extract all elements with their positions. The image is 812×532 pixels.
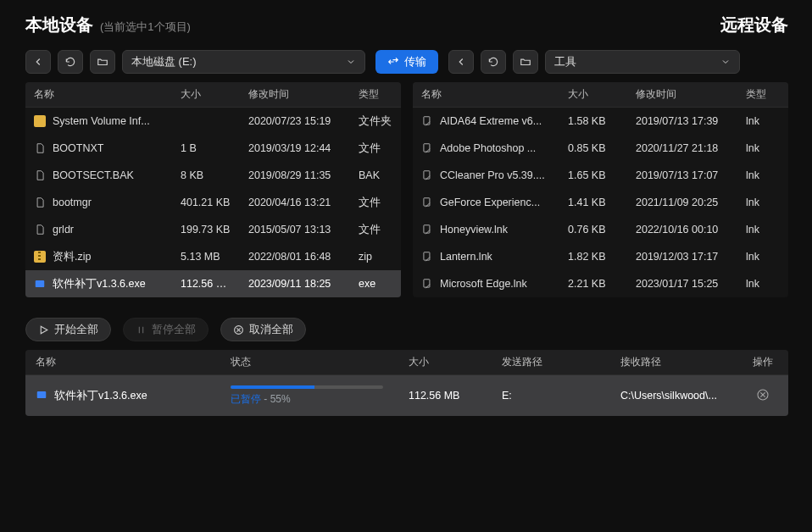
pause-all-label: 暂停全部 xyxy=(152,323,196,337)
start-all-button[interactable]: 开始全部 xyxy=(25,318,111,341)
svg-rect-2 xyxy=(424,144,430,152)
file-date: 2022/08/01 16:48 xyxy=(240,251,350,263)
cancel-icon xyxy=(233,324,244,335)
folder-icon xyxy=(520,56,531,68)
file-row[interactable]: Adobe Photoshop ...0.85 KB2020/11/27 21:… xyxy=(413,135,788,162)
file-row[interactable]: BOOTNXT1 B2019/03/19 12:44文件 xyxy=(25,135,401,162)
lnk-icon xyxy=(421,169,433,181)
lnk-icon xyxy=(421,197,433,208)
file-row[interactable]: bootmgr401.21 KB2020/04/16 13:21文件 xyxy=(25,189,401,216)
svg-rect-5 xyxy=(424,225,430,233)
svg-rect-3 xyxy=(424,171,430,179)
col-date[interactable]: 修改时间 xyxy=(627,87,737,102)
file-icon xyxy=(34,197,46,208)
file-type: lnk xyxy=(737,142,788,154)
file-row[interactable]: Microsoft Edge.lnk2.21 KB2023/01/17 15:2… xyxy=(413,270,788,297)
remove-icon[interactable] xyxy=(756,388,770,402)
remote-path-selector[interactable]: 工具 xyxy=(545,50,740,74)
file-type: lnk xyxy=(737,224,788,236)
file-type: 文件夹 xyxy=(350,114,401,129)
file-name: Honeyview.lnk xyxy=(440,224,508,236)
lnk-icon xyxy=(421,278,433,290)
chevron-down-icon xyxy=(346,57,356,67)
svg-marker-8 xyxy=(41,326,47,334)
file-type: exe xyxy=(350,278,401,290)
local-back-button[interactable] xyxy=(25,50,51,74)
local-folder-button[interactable] xyxy=(90,50,115,74)
file-size: 5.13 MB xyxy=(172,251,240,263)
file-date: 2019/12/03 17:17 xyxy=(627,251,737,263)
lnk-icon xyxy=(421,251,433,263)
exe-icon xyxy=(36,389,47,403)
remote-folder-button[interactable] xyxy=(513,50,538,74)
file-type: lnk xyxy=(737,278,788,290)
file-name: 软件补丁v1.3.6.exe xyxy=(53,277,146,291)
remote-panel: 名称 大小 修改时间 类型 AIDA64 Extreme v6...1.58 K… xyxy=(413,82,788,297)
remote-refresh-button[interactable] xyxy=(481,50,506,74)
file-row[interactable]: 软件补丁v1.3.6.exe112.56 MB2023/09/11 18:25e… xyxy=(25,270,401,297)
file-size: 0.85 KB xyxy=(559,142,627,154)
transfer-button[interactable]: 传输 xyxy=(375,50,438,74)
file-type: lnk xyxy=(737,115,788,127)
col-size[interactable]: 大小 xyxy=(559,87,627,102)
start-all-label: 开始全部 xyxy=(54,323,98,337)
file-row[interactable]: 资料.zip5.13 MB2022/08/01 16:48zip xyxy=(25,243,401,270)
file-type: 文件 xyxy=(350,223,401,237)
file-size: 0.76 KB xyxy=(559,224,627,236)
file-type: lnk xyxy=(737,251,788,263)
queue-row[interactable]: 软件补丁v1.3.6.exe已暂停 - 55%112.56 MBE:C:\Use… xyxy=(25,375,788,416)
qcol-size[interactable]: 大小 xyxy=(398,355,492,369)
file-row[interactable]: GeForce Experienc...1.41 KB2021/11/09 20… xyxy=(413,189,788,216)
file-date: 2023/09/11 18:25 xyxy=(240,278,350,290)
file-type: 文件 xyxy=(350,196,401,210)
file-date: 2020/07/23 15:19 xyxy=(240,115,350,127)
lnk-icon xyxy=(421,115,433,127)
qcol-dst[interactable]: 接收路径 xyxy=(610,355,737,369)
chevron-left-icon xyxy=(455,56,467,68)
file-row[interactable]: System Volume Inf...2020/07/23 15:19文件夹 xyxy=(25,108,401,135)
progress-bar xyxy=(231,385,383,389)
remote-back-button[interactable] xyxy=(448,50,474,74)
file-size: 1 B xyxy=(172,142,240,154)
col-type[interactable]: 类型 xyxy=(350,87,401,102)
file-icon xyxy=(34,169,46,181)
selection-hint: (当前选中1个项目) xyxy=(100,19,191,35)
col-date[interactable]: 修改时间 xyxy=(240,87,350,102)
file-size: 1.82 KB xyxy=(559,251,627,263)
file-row[interactable]: AIDA64 Extreme v6...1.58 KB2019/07/13 17… xyxy=(413,108,788,135)
qcol-status[interactable]: 状态 xyxy=(220,355,398,369)
file-name: CCleaner Pro v5.39.... xyxy=(440,169,545,181)
local-path-selector[interactable]: 本地磁盘 (E:) xyxy=(122,50,365,74)
file-row[interactable]: Honeyview.lnk0.76 KB2022/10/16 00:10lnk xyxy=(413,216,788,243)
file-row[interactable]: grldr199.73 KB2015/05/07 13:13文件 xyxy=(25,216,401,243)
col-type[interactable]: 类型 xyxy=(737,87,788,102)
local-refresh-button[interactable] xyxy=(58,50,83,74)
file-row[interactable]: CCleaner Pro v5.39....1.65 KB2019/07/13 … xyxy=(413,162,788,189)
file-row[interactable]: Lantern.lnk1.82 KB2019/12/03 17:17lnk xyxy=(413,243,788,270)
transfer-icon xyxy=(387,56,399,68)
zip-icon xyxy=(34,251,46,263)
cancel-all-button[interactable]: 取消全部 xyxy=(220,318,306,341)
qcol-src[interactable]: 发送路径 xyxy=(492,355,610,369)
qcol-op[interactable]: 操作 xyxy=(737,355,788,369)
pause-all-button: 暂停全部 xyxy=(123,318,209,341)
col-name[interactable]: 名称 xyxy=(413,87,559,102)
col-size[interactable]: 大小 xyxy=(172,87,240,102)
file-date: 2019/03/19 12:44 xyxy=(240,142,350,154)
svg-rect-7 xyxy=(424,280,430,287)
local-panel: 名称 大小 修改时间 类型 System Volume Inf...2020/0… xyxy=(25,82,401,297)
refresh-icon xyxy=(64,56,76,68)
file-size: 1.58 KB xyxy=(559,115,627,127)
file-size: 401.21 KB xyxy=(172,197,240,208)
svg-rect-0 xyxy=(36,280,45,287)
file-name: Lantern.lnk xyxy=(440,251,492,263)
folder-icon xyxy=(97,56,108,68)
local-path-text: 本地磁盘 (E:) xyxy=(131,54,197,69)
file-type: 文件 xyxy=(350,141,401,156)
col-name[interactable]: 名称 xyxy=(25,87,172,102)
file-name: 资料.zip xyxy=(53,250,91,264)
file-name: Adobe Photoshop ... xyxy=(440,142,536,154)
file-row[interactable]: BOOTSECT.BAK8 KB2019/08/29 11:35BAK xyxy=(25,162,401,189)
qcol-name[interactable]: 名称 xyxy=(25,355,220,369)
file-type: BAK xyxy=(350,169,401,181)
